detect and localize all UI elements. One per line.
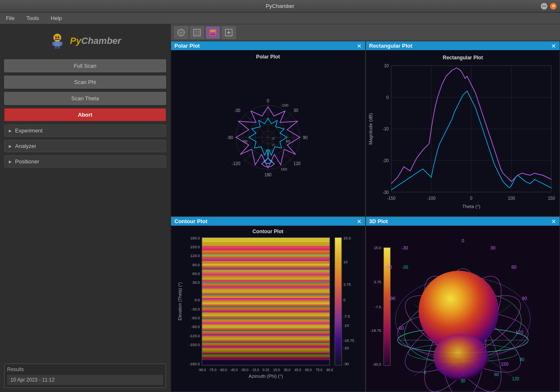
svg-text:-30.0: -30.0 (240, 368, 248, 372)
svg-text:0: 0 (386, 95, 389, 100)
svg-rect-21 (210, 32, 215, 33)
full-scan-button[interactable]: Full Scan (4, 59, 166, 72)
close-button[interactable]: ✕ (550, 3, 557, 10)
menu-file[interactable]: File (3, 14, 17, 22)
svg-rect-146 (202, 330, 330, 331)
svg-rect-128 (202, 309, 330, 310)
svg-text:-90: -90 (389, 296, 395, 301)
svg-rect-121 (202, 300, 330, 302)
positioner-arrow: ▶ (9, 160, 12, 164)
svg-rect-110 (202, 288, 330, 289)
svg-text:0: 0 (343, 298, 345, 302)
svg-rect-153 (202, 339, 330, 340)
svg-text:150.0: 150.0 (190, 245, 200, 249)
grid-toolbar-button[interactable] (190, 26, 204, 39)
scan-theta-button[interactable]: Scan Theta (4, 92, 166, 105)
svg-text:-60.0: -60.0 (220, 368, 228, 372)
svg-text:-180.0: -180.0 (189, 362, 200, 366)
analyzer-section: ▶ Analyzer (4, 140, 166, 152)
contour-plot-close[interactable]: ✕ (357, 219, 362, 224)
svg-rect-117 (202, 295, 330, 297)
rectangular-plot-header: Rectangular Plot ✕ (366, 41, 560, 50)
svg-text:-18.75: -18.75 (343, 339, 354, 343)
svg-text:45.0: 45.0 (294, 368, 301, 372)
svg-text:3.75: 3.75 (343, 283, 351, 287)
experiment-section: ▶ Experiment (4, 125, 166, 137)
svg-text:60: 60 (511, 265, 516, 270)
svg-rect-79 (202, 243, 330, 246)
polar-plot-close[interactable]: ✕ (357, 43, 362, 49)
svg-text:-100: -100 (427, 196, 436, 201)
image-toolbar-icon (209, 28, 217, 37)
svg-rect-111 (202, 289, 330, 290)
svg-text:-150: -150 (387, 196, 396, 201)
svg-rect-167 (202, 355, 330, 356)
results-title: Results (7, 367, 163, 372)
svg-rect-169 (202, 358, 330, 359)
svg-rect-104 (202, 280, 330, 281)
svg-text:-30.0: -30.0 (191, 307, 200, 311)
positioner-header[interactable]: ▶ Positioner (5, 156, 166, 167)
svg-rect-168 (202, 356, 330, 358)
sidebar-empty-area (4, 171, 166, 359)
svg-rect-8 (58, 46, 60, 49)
svg-rect-89 (202, 261, 330, 262)
svg-rect-85 (202, 255, 330, 257)
svg-text:100: 100 (508, 196, 515, 201)
menu-tools[interactable]: Tools (24, 14, 41, 22)
svg-text:60: 60 (494, 372, 499, 377)
svg-text:10: 10 (271, 143, 275, 147)
image-toolbar-button[interactable] (206, 26, 220, 39)
svg-rect-170 (202, 359, 330, 360)
scan-phi-button[interactable]: Scan Phi (4, 76, 166, 89)
contour-plot-panel: Contour Plot ✕ Contour Plot (171, 216, 366, 392)
svg-text:120: 120 (515, 330, 523, 335)
svg-rect-158 (202, 344, 330, 346)
rectangular-plot-panel: Rectangular Plot ✕ Rectangular Plot (366, 41, 560, 216)
svg-rect-135 (202, 317, 330, 318)
svg-rect-132 (202, 314, 330, 315)
svg-text:-75.0: -75.0 (209, 368, 217, 372)
svg-rect-137 (202, 319, 330, 321)
minimize-button[interactable]: — (541, 3, 547, 10)
right-panel: Polar Plot ✕ Polar Plot (171, 24, 560, 392)
svg-text:-45.0: -45.0 (230, 368, 238, 372)
svg-rect-97 (202, 272, 330, 273)
experiment-header[interactable]: ▶ Experiment (5, 125, 166, 136)
contour-plot-title: Contour Plot (174, 218, 207, 224)
svg-rect-123 (202, 303, 330, 304)
3d-plot-close[interactable]: ✕ (551, 219, 556, 224)
menu-bar: File Tools Help (0, 13, 560, 24)
svg-text:-30: -30 (401, 245, 408, 250)
svg-text:150: 150 (501, 361, 508, 367)
svg-text:Polar Plot: Polar Plot (256, 54, 280, 60)
app-title: PyChamber (266, 3, 294, 9)
polar-toolbar-button[interactable] (174, 26, 188, 39)
abort-button[interactable]: Abort (4, 108, 166, 121)
rectangular-plot-close[interactable]: ✕ (551, 43, 556, 49)
svg-text:10: 10 (343, 260, 348, 264)
svg-rect-139 (202, 322, 330, 323)
grid-toolbar-icon (193, 28, 201, 37)
svg-rect-145 (202, 329, 330, 330)
add-plot-button[interactable] (222, 26, 236, 39)
svg-text:-30: -30 (234, 108, 240, 113)
svg-text:3.75: 3.75 (373, 280, 381, 284)
svg-text:120: 120 (512, 377, 519, 381)
menu-help[interactable]: Help (48, 14, 64, 22)
svg-rect-161 (202, 348, 330, 349)
svg-rect-4 (54, 41, 61, 46)
results-item[interactable]: 10 Apr 2023 - 11:12 (7, 375, 163, 385)
svg-rect-99 (202, 274, 330, 275)
svg-text:0: 0 (267, 99, 269, 103)
contour-plot-header: Contour Plot ✕ (171, 217, 365, 226)
analyzer-header[interactable]: ▶ Analyzer (5, 140, 166, 152)
svg-text:75.0: 75.0 (316, 368, 322, 372)
svg-text:-30: -30 (402, 265, 408, 270)
svg-text:30.0: 30.0 (284, 368, 291, 372)
plot-toolbar (171, 24, 560, 41)
svg-rect-151 (202, 336, 330, 338)
svg-text:Azimuth (Phi) (°): Azimuth (Phi) (°) (249, 374, 283, 379)
logo-area: PyChamber (4, 28, 166, 56)
svg-rect-143 (202, 326, 330, 328)
